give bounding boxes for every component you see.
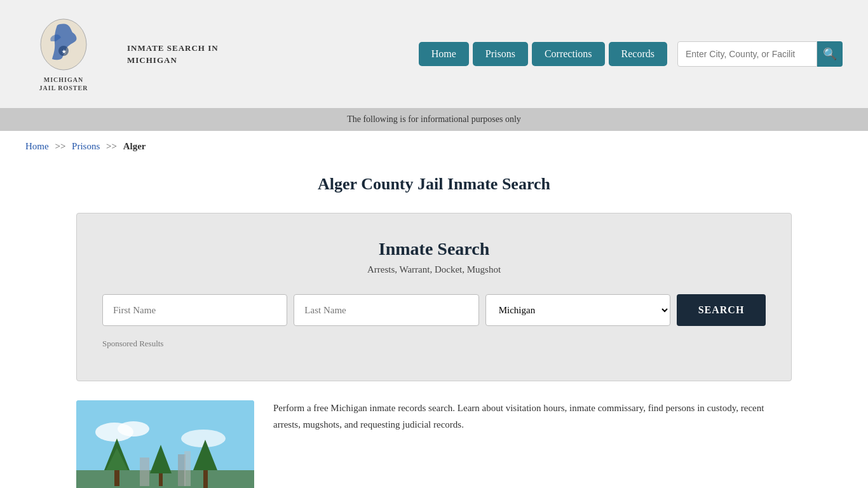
first-name-input[interactable] xyxy=(102,294,287,326)
search-icon: 🔍 xyxy=(823,47,837,61)
inmate-search-fields: AlabamaAlaskaArizonaArkansasCaliforniaCo… xyxy=(102,294,766,326)
state-select[interactable]: AlabamaAlaskaArizonaArkansasCaliforniaCo… xyxy=(485,294,670,326)
search-submit-button[interactable]: SEARCH xyxy=(677,294,766,326)
nav-home-button[interactable]: Home xyxy=(419,42,469,66)
last-name-input[interactable] xyxy=(294,294,478,326)
svg-text:★: ★ xyxy=(62,49,67,55)
main-nav: Home Prisons Corrections Records 🔍 xyxy=(419,41,843,67)
page-title: Alger County Jail Inmate Search xyxy=(25,175,843,194)
sponsored-label: Sponsored Results xyxy=(102,339,766,349)
page-title-section: Alger County Jail Inmate Search xyxy=(0,162,868,213)
breadcrumb-sep-1: >> xyxy=(55,141,65,151)
header-search-input[interactable] xyxy=(677,41,817,67)
inmate-search-section: Inmate Search Arrests, Warrant, Docket, … xyxy=(76,213,792,381)
logo-area: ★ MICHIGAN JAIL ROSTER xyxy=(25,16,102,92)
svg-rect-18 xyxy=(184,451,191,486)
nav-records-button[interactable]: Records xyxy=(609,42,667,66)
inmate-search-title: Inmate Search xyxy=(102,239,766,259)
header-search-wrap: 🔍 xyxy=(677,41,843,67)
logo-image: ★ xyxy=(38,16,89,73)
nav-prisons-button[interactable]: Prisons xyxy=(473,42,528,66)
breadcrumb-current: Alger xyxy=(123,141,146,151)
site-header: ★ MICHIGAN JAIL ROSTER INMATE SEARCH IN … xyxy=(0,0,868,108)
inmate-search-subtitle: Arrests, Warrant, Docket, Mugshot xyxy=(102,264,766,275)
logo-text: MICHIGAN JAIL ROSTER xyxy=(39,76,88,92)
bottom-description: Perform a free Michigan inmate records s… xyxy=(273,400,792,433)
bottom-section: Perform a free Michigan inmate records s… xyxy=(0,400,868,488)
info-banner: The following is for informational purpo… xyxy=(0,108,868,131)
breadcrumb-home-link[interactable]: Home xyxy=(25,141,49,151)
svg-rect-16 xyxy=(140,458,149,486)
bottom-image xyxy=(76,400,254,488)
nav-corrections-button[interactable]: Corrections xyxy=(532,42,605,66)
breadcrumb: Home >> Prisons >> Alger xyxy=(0,131,868,162)
breadcrumb-prisons-link[interactable]: Prisons xyxy=(72,141,100,151)
svg-point-7 xyxy=(118,421,149,437)
header-search-button[interactable]: 🔍 xyxy=(817,41,843,67)
site-title: INMATE SEARCH IN MICHIGAN xyxy=(127,42,219,67)
breadcrumb-sep-2: >> xyxy=(106,141,117,151)
